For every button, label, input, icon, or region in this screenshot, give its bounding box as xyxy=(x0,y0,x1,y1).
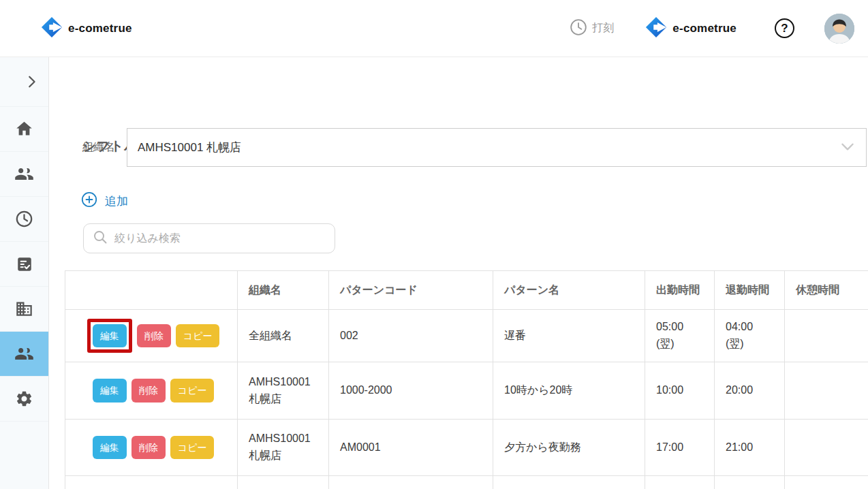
gear-icon xyxy=(15,390,33,408)
shift-pattern-table: 組織名 パターンコード パターン名 出勤時間 退勤時間 休憩時間 編集 xyxy=(65,270,868,489)
cell-org: AMHS10001 札幌店 xyxy=(238,362,329,420)
punch-label: 打刻 xyxy=(592,21,614,35)
cell-start-time: 10:00 xyxy=(645,362,715,420)
table-row: 編集 削除 コピー 全組織名 002 遅番 05:00 (翌) 04:00 (翌… xyxy=(65,310,868,362)
edit-button[interactable]: 編集 xyxy=(93,436,127,459)
search-box xyxy=(83,223,335,253)
delete-button[interactable]: 削除 xyxy=(131,436,166,459)
sidebar-item-home[interactable] xyxy=(0,107,48,152)
search-icon xyxy=(92,229,108,248)
logo-diamond-icon xyxy=(645,16,667,41)
cell-end-time: 21:00 xyxy=(715,420,785,476)
cell-code: 1000-2000 xyxy=(329,362,493,420)
sidebar-item-organization[interactable] xyxy=(0,287,48,332)
organization-select[interactable]: AMHS10001 札幌店 xyxy=(127,128,867,167)
edit-button[interactable]: 編集 xyxy=(93,379,127,402)
cell-end-time: 04:00 (翌) xyxy=(715,310,785,362)
col-break: 休憩時間 xyxy=(785,271,868,310)
delete-button[interactable]: 削除 xyxy=(131,379,166,402)
people-icon xyxy=(14,164,34,184)
cell-pattern: 遅番 xyxy=(493,310,645,362)
document-check-icon xyxy=(16,255,33,273)
logo: e-cometrue xyxy=(41,16,132,41)
organization-label: 組織名 xyxy=(82,140,127,155)
cell-break-time xyxy=(785,362,868,420)
col-org: 組織名 xyxy=(238,271,329,310)
cell-start-time: 05:00 (翌) xyxy=(645,310,715,362)
copy-button[interactable]: コピー xyxy=(170,436,215,459)
copy-button[interactable]: コピー xyxy=(170,379,215,402)
clock-icon xyxy=(15,210,33,228)
main-content: シフトパターンマスタ 組織名 AMHS10001 札幌店 追加 xyxy=(49,57,868,489)
avatar[interactable] xyxy=(824,14,854,44)
app-header: e-cometrue 打刻 e-cometrue ? xyxy=(0,0,868,57)
cell-start-time: 17:00 xyxy=(645,420,715,476)
col-code: パターンコード xyxy=(329,271,493,310)
copy-button[interactable]: コピー xyxy=(176,324,220,347)
table-row: 編集 削除 コピー AMHS10001 札幌店 1000-2000 10時から2… xyxy=(65,362,868,420)
cell-code: AM0001 xyxy=(329,420,493,476)
building-icon xyxy=(15,300,33,318)
logo-diamond-icon xyxy=(41,16,63,41)
table-row: 編集 削除 コピー AMHS10001 札幌店 AM0001 夕方から夜勤務 1… xyxy=(65,420,868,476)
col-actions xyxy=(65,271,238,310)
cell-org: 全組織名 xyxy=(238,310,329,362)
logo-text: e-cometrue xyxy=(68,22,132,35)
sidebar-item-approval[interactable] xyxy=(0,242,48,287)
col-pattern: パターン名 xyxy=(493,271,645,310)
cell-org: AMHS10001 札幌店 xyxy=(238,420,329,476)
sidebar xyxy=(0,57,49,489)
edit-button[interactable]: 編集 xyxy=(93,324,127,347)
home-icon xyxy=(15,120,33,138)
sidebar-item-settings[interactable] xyxy=(0,377,48,422)
sidebar-item-shift[interactable] xyxy=(0,332,48,377)
cell-pattern: 10時から20時 xyxy=(493,362,645,420)
cell-break-time xyxy=(785,420,868,476)
sidebar-item-collapse[interactable] xyxy=(0,57,48,107)
logo-text: e-cometrue xyxy=(672,22,737,35)
col-end: 退勤時間 xyxy=(715,271,785,310)
organization-row: 組織名 AMHS10001 札幌店 xyxy=(82,128,867,167)
table-row-partial xyxy=(65,476,868,489)
col-start: 出勤時間 xyxy=(645,271,715,310)
cell-break-time xyxy=(785,310,868,362)
punch-clock-button[interactable]: 打刻 xyxy=(570,18,614,39)
chevron-right-icon xyxy=(24,74,39,89)
help-button[interactable]: ? xyxy=(775,18,794,38)
chevron-down-icon xyxy=(839,138,856,158)
question-mark-icon: ? xyxy=(781,22,788,35)
sidebar-item-members[interactable] xyxy=(0,152,48,197)
search-input[interactable] xyxy=(114,232,326,245)
organization-selected-value: AMHS10001 札幌店 xyxy=(138,140,241,155)
cell-end-time: 20:00 xyxy=(715,362,785,420)
sidebar-item-attendance[interactable] xyxy=(0,197,48,242)
cell-pattern: 夕方から夜勤務 xyxy=(493,420,645,476)
plus-circle-icon xyxy=(81,191,97,211)
delete-button[interactable]: 削除 xyxy=(137,324,171,347)
people-icon xyxy=(14,344,34,364)
clock-icon xyxy=(570,18,587,39)
add-button-label: 追加 xyxy=(105,193,128,209)
table-header-row: 組織名 パターンコード パターン名 出勤時間 退勤時間 休憩時間 xyxy=(65,271,868,310)
click-highlight: 編集 xyxy=(87,319,132,353)
add-button[interactable]: 追加 xyxy=(81,191,128,211)
logo-right: e-cometrue xyxy=(645,16,737,41)
cell-code: 002 xyxy=(329,310,493,362)
